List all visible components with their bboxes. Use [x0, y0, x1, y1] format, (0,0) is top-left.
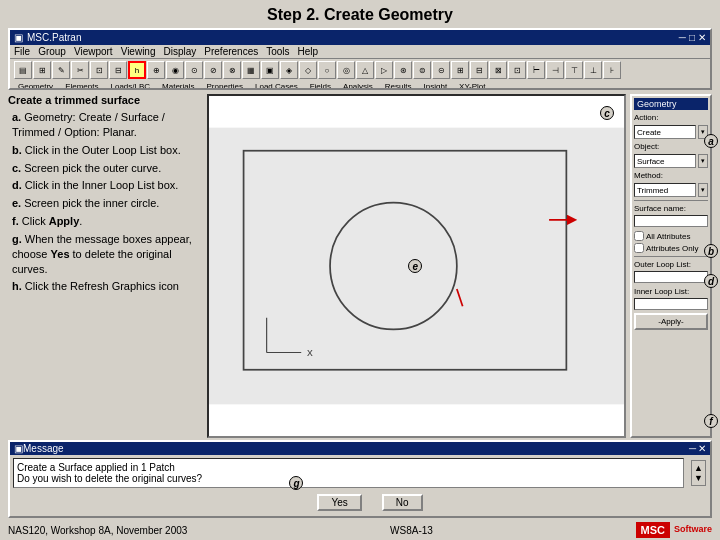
- msg-scrollbar[interactable]: ▲▼: [691, 460, 706, 486]
- step-e-label: e.: [12, 197, 21, 209]
- toolbar-icon-23[interactable]: ⊝: [432, 61, 450, 79]
- msg-minimize-icon[interactable]: ─: [689, 443, 696, 454]
- patran-title: MSC.Patran: [27, 32, 81, 43]
- msg-yes-button[interactable]: Yes: [317, 494, 361, 511]
- close-icon[interactable]: ✕: [698, 32, 706, 43]
- instructions-list: a. Geometry: Create / Surface / Trimmed …: [8, 110, 203, 294]
- step-b: b. Click in the Outer Loop List box.: [8, 143, 203, 158]
- geo-name-input[interactable]: [634, 215, 708, 227]
- maximize-icon[interactable]: □: [689, 32, 695, 43]
- toolbar-icon-12[interactable]: ⊗: [223, 61, 241, 79]
- msg-line1: Create a Surface applied in 1 Patch: [17, 462, 680, 473]
- toolbar-icon-3[interactable]: ✎: [52, 61, 70, 79]
- toolbar-icon-15[interactable]: ◈: [280, 61, 298, 79]
- toolbar-icon-17[interactable]: ○: [318, 61, 336, 79]
- geo-action-dropdown-row[interactable]: Create ▾: [634, 125, 708, 139]
- footer: NAS120, Workshop 8A, November 2003 WS8A-…: [0, 520, 720, 540]
- step-h-label: h.: [12, 280, 22, 292]
- geo-checkbox-all-attr[interactable]: All Attributes: [634, 231, 708, 241]
- footer-logo: MSC Software: [636, 522, 712, 538]
- toolbar-icon-29[interactable]: ⊣: [546, 61, 564, 79]
- toolbar-icon-4[interactable]: ✂: [71, 61, 89, 79]
- geo-action-row: Action:: [634, 113, 708, 122]
- toolbar-icon-32[interactable]: ⊦: [603, 61, 621, 79]
- step-f-label: f.: [12, 215, 19, 227]
- message-box: ▣ Message ─ ✕ Create a Surface applied i…: [8, 440, 712, 518]
- geo-object-arrow[interactable]: ▾: [698, 154, 708, 168]
- menu-tools[interactable]: Tools: [266, 46, 289, 57]
- toolbar-icon-24[interactable]: ⊞: [451, 61, 469, 79]
- step-g: g. When the message boxes appear, choose…: [8, 232, 203, 277]
- geo-method-dropdown-row[interactable]: Trimmed ▾: [634, 183, 708, 197]
- patran-icon: ▣: [14, 32, 23, 43]
- toolbar-icon-22[interactable]: ⊜: [413, 61, 431, 79]
- footer-course: NAS120, Workshop 8A, November 2003: [8, 525, 187, 536]
- toolbar-icon-25[interactable]: ⊟: [470, 61, 488, 79]
- toolbar-icon-2[interactable]: ⊞: [33, 61, 51, 79]
- checkbox-attr-only[interactable]: [634, 243, 644, 253]
- toolbar-icon-11[interactable]: ⊘: [204, 61, 222, 79]
- menu-help[interactable]: Help: [298, 46, 319, 57]
- logo-software-text: Software: [674, 525, 712, 535]
- menu-file[interactable]: File: [14, 46, 30, 57]
- geo-apply-button[interactable]: -Apply-: [634, 313, 708, 330]
- geo-method-arrow[interactable]: ▾: [698, 183, 708, 197]
- checkbox-all-attr[interactable]: [634, 231, 644, 241]
- toolbar-icon-21[interactable]: ⊛: [394, 61, 412, 79]
- label-loads-lbc: Loads/LBC: [110, 82, 150, 90]
- toolbar-icon-9[interactable]: ◉: [166, 61, 184, 79]
- step-d: d. Click in the Inner Loop List box.: [8, 178, 203, 193]
- geo-inner-input[interactable]: [634, 298, 708, 310]
- toolbar-icon-16[interactable]: ◇: [299, 61, 317, 79]
- step-c: c. Screen pick the outer curve.: [8, 161, 203, 176]
- step-e: e. Screen pick the inner circle.: [8, 196, 203, 211]
- label-fields: Fields: [310, 82, 331, 90]
- menu-viewing[interactable]: Viewing: [121, 46, 156, 57]
- toolbar-icon-1[interactable]: ▤: [14, 61, 32, 79]
- annotation-c: c: [600, 106, 614, 120]
- instructions-title: Create a trimmed surface: [8, 94, 203, 106]
- menu-viewport[interactable]: Viewport: [74, 46, 113, 57]
- label-xy-plot: XY-Plot: [459, 82, 485, 90]
- geo-object-dropdown[interactable]: Surface: [634, 154, 696, 168]
- msg-close-icon[interactable]: ✕: [698, 443, 706, 454]
- toolbar-icon-19[interactable]: △: [356, 61, 374, 79]
- step-g-text: When the message boxes appear, choose Ye…: [12, 233, 192, 275]
- toolbar-icon-6[interactable]: ⊟: [109, 61, 127, 79]
- step-a-label: a.: [12, 111, 21, 123]
- step-c-label: c.: [12, 162, 21, 174]
- toolbar-icon-h-highlighted[interactable]: h: [128, 61, 146, 79]
- geo-object-dropdown-row[interactable]: Surface ▾: [634, 154, 708, 168]
- geo-outer-input[interactable]: [634, 271, 708, 283]
- minimize-icon[interactable]: ─: [679, 32, 686, 43]
- msg-no-button[interactable]: No: [382, 494, 423, 511]
- toolbar-icon-27[interactable]: ⊡: [508, 61, 526, 79]
- geo-object-row: Object:: [634, 142, 708, 151]
- toolbar-icon-14[interactable]: ▣: [261, 61, 279, 79]
- geo-action-label: Action:: [634, 113, 662, 122]
- patran-menubar: File Group Viewport Viewing Display Pref…: [10, 45, 710, 59]
- toolbar-icon-20[interactable]: ▷: [375, 61, 393, 79]
- toolbar-icon-13[interactable]: ▦: [242, 61, 260, 79]
- label-elements: Elements: [65, 82, 98, 90]
- geo-action-dropdown[interactable]: Create: [634, 125, 696, 139]
- annotation-f: f: [704, 414, 718, 428]
- toolbar-icon-18[interactable]: ◎: [337, 61, 355, 79]
- menu-group[interactable]: Group: [38, 46, 66, 57]
- step-a-text: Geometry: Create / Surface / Trimmed / O…: [12, 111, 165, 138]
- geo-method-dropdown[interactable]: Trimmed: [634, 183, 696, 197]
- toolbar-icon-26[interactable]: ⊠: [489, 61, 507, 79]
- label-materials: Materials: [162, 82, 194, 90]
- geometry-panel: Geometry Action: Create ▾ Object: Surfac…: [630, 94, 712, 438]
- toolbar-icon-30[interactable]: ⊤: [565, 61, 583, 79]
- checkbox-attr-only-label: Attributes Only: [646, 244, 698, 253]
- toolbar-icon-5[interactable]: ⊡: [90, 61, 108, 79]
- menu-display[interactable]: Display: [164, 46, 197, 57]
- toolbar-icon-28[interactable]: ⊢: [527, 61, 545, 79]
- toolbar-icon-8[interactable]: ⊕: [147, 61, 165, 79]
- geo-checkbox-attr-only[interactable]: Attributes Only: [634, 243, 708, 253]
- toolbar-icon-10[interactable]: ⊙: [185, 61, 203, 79]
- viewport-area[interactable]: x c e: [207, 94, 626, 438]
- menu-preferences[interactable]: Preferences: [204, 46, 258, 57]
- toolbar-icon-31[interactable]: ⊥: [584, 61, 602, 79]
